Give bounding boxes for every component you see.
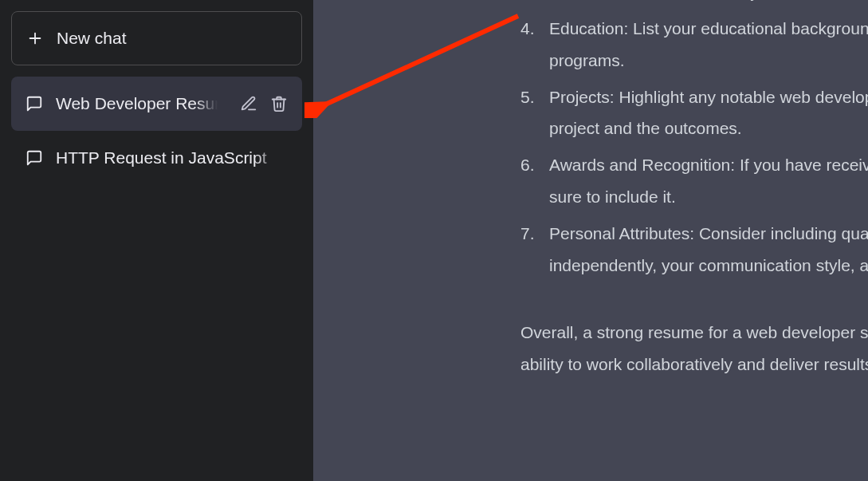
list-item: Personal Attributes: Consider including … xyxy=(520,218,868,282)
chat-icon xyxy=(26,149,43,167)
new-chat-button[interactable]: New chat xyxy=(11,11,302,65)
chat-icon xyxy=(26,95,43,112)
summary-paragraph: Overall, a strong resume for a web devel… xyxy=(520,317,868,380)
edit-icon[interactable] xyxy=(240,95,257,112)
plus-icon xyxy=(26,30,44,47)
chat-item-label: Web Developer Resume Tips xyxy=(56,94,227,113)
main-content: Work Experience: Provide a detailed acco… xyxy=(313,0,868,481)
new-chat-label: New chat xyxy=(57,29,127,48)
list-item: Work Experience: Provide a detailed acco… xyxy=(520,0,868,8)
trash-icon[interactable] xyxy=(270,95,288,112)
chat-item-actions xyxy=(240,95,288,112)
list-item: Projects: Highlight any notable web deve… xyxy=(520,81,868,145)
chat-item[interactable]: HTTP Request in JavaScript xyxy=(11,131,302,185)
list-item: Awards and Recognition: If you have rece… xyxy=(520,149,868,213)
list-item: Education: List your educational backgro… xyxy=(520,13,868,77)
chat-item-active[interactable]: Web Developer Resume Tips xyxy=(11,77,302,131)
resume-list: Work Experience: Provide a detailed acco… xyxy=(520,0,868,282)
sidebar: New chat Web Developer Resume Tips HTTP … xyxy=(0,0,313,481)
content-body: Work Experience: Provide a detailed acco… xyxy=(520,0,868,380)
chat-item-label: HTTP Request in JavaScript xyxy=(56,148,288,168)
